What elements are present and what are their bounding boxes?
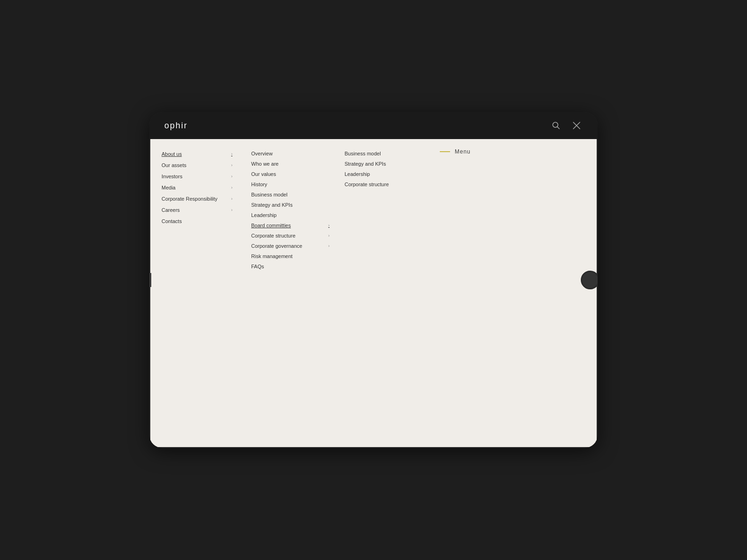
nav-right-business-model[interactable]: Business model <box>345 148 423 159</box>
menu-dash-icon <box>440 151 450 152</box>
close-button[interactable] <box>571 119 583 132</box>
logo: ophir <box>164 121 188 131</box>
nav-item-our-assets[interactable]: Our assets › <box>162 160 233 171</box>
tablet-frame: ophir About us › <box>149 112 598 448</box>
chevron-icon: › <box>231 174 233 179</box>
nav-item-corporate-responsibility[interactable]: Corporate Responsibility › <box>162 193 233 204</box>
chevron-icon: › <box>328 244 330 248</box>
nav-right-strategy-kpis[interactable]: Strategy and KPIs <box>345 159 423 169</box>
nav-center-corporate-governance[interactable]: Corporate governance › <box>251 241 330 251</box>
search-icon <box>552 121 560 130</box>
header-bar: ophir <box>149 112 598 139</box>
nav-left-column: About us › Our assets › Investors › Medi… <box>150 139 244 447</box>
menu-label-group: Menu <box>440 148 471 155</box>
chevron-icon: › <box>231 208 233 212</box>
left-camera-bump <box>149 273 151 287</box>
nav-center-strategy-kpis[interactable]: Strategy and KPIs <box>251 200 330 210</box>
home-button[interactable] <box>581 271 598 289</box>
header-icons <box>550 119 583 132</box>
nav-center-leadership[interactable]: Leadership <box>251 210 330 220</box>
chevron-icon: › <box>231 163 233 168</box>
chevron-icon: › <box>328 223 330 228</box>
menu-label-text: Menu <box>455 148 471 155</box>
nav-center-who-we-are[interactable]: Who we are <box>251 159 330 169</box>
nav-item-about-us[interactable]: About us › <box>162 148 233 160</box>
nav-center-business-model[interactable]: Business model <box>251 189 330 200</box>
nav-center-corporate-structure[interactable]: Corporate structure › <box>251 231 330 241</box>
nav-right-leadership[interactable]: Leadership <box>345 169 423 179</box>
chevron-icon: › <box>328 233 330 238</box>
search-button[interactable] <box>550 119 562 132</box>
nav-right-corporate-structure[interactable]: Corporate structure <box>345 179 423 189</box>
svg-line-1 <box>557 127 560 129</box>
nav-item-careers[interactable]: Careers › <box>162 204 233 216</box>
nav-center-overview[interactable]: Overview <box>251 148 330 159</box>
chevron-icon: › <box>231 152 233 156</box>
nav-panel: About us › Our assets › Investors › Medi… <box>150 139 597 447</box>
chevron-icon: › <box>231 196 233 201</box>
nav-right-column: Business model Strategy and KPIs Leaders… <box>337 139 430 447</box>
chevron-icon: › <box>231 185 233 190</box>
nav-center-column: Overview Who we are Our values History B… <box>244 139 337 447</box>
close-icon <box>572 121 581 130</box>
nav-center-history[interactable]: History <box>251 179 330 189</box>
nav-item-contacts[interactable]: Contacts <box>162 216 233 227</box>
nav-center-risk-management[interactable]: Risk management <box>251 251 330 261</box>
nav-center-faqs[interactable]: FAQs <box>251 261 330 272</box>
nav-center-board-committies[interactable]: Board committies › <box>251 220 330 231</box>
nav-center-our-values[interactable]: Our values <box>251 169 330 179</box>
nav-item-investors[interactable]: Investors › <box>162 171 233 182</box>
nav-item-media[interactable]: Media › <box>162 182 233 193</box>
nav-menu-area: Menu <box>430 139 597 447</box>
